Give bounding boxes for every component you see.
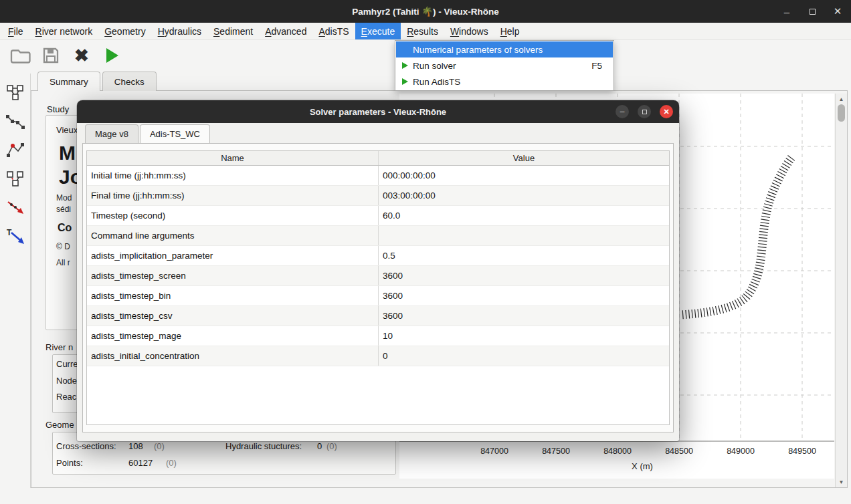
- column-header-name: Name: [87, 151, 378, 165]
- param-name: Timestep (second): [87, 206, 378, 225]
- menu-sediment[interactable]: Sediment: [207, 23, 259, 39]
- play-triangle: [402, 62, 408, 69]
- study-subheading: Co: [58, 222, 72, 234]
- x-tick-849000: 849000: [727, 447, 755, 456]
- tool-transport-button[interactable]: T: [5, 227, 26, 247]
- close-icon[interactable]: ✕: [832, 5, 843, 17]
- dialog-titlebar[interactable]: Solver parameters - Vieux-Rhône – ✕: [77, 100, 679, 123]
- reaches-label: Reac: [56, 392, 76, 402]
- minimize-icon[interactable]: –: [781, 6, 792, 17]
- dialog-minimize-icon[interactable]: –: [616, 105, 629, 118]
- param-value[interactable]: 003:00:00:00: [378, 186, 669, 205]
- tool-mesh-button[interactable]: [5, 169, 26, 189]
- menu-item-run-adists[interactable]: Run AdisTS: [396, 74, 613, 90]
- param-row-adists-timestep-bin[interactable]: adists_timestep_bin3600: [87, 286, 669, 306]
- column-header-value: Value: [378, 151, 669, 165]
- param-name: Final time (jj:hh:mm:ss): [87, 186, 378, 205]
- menu-geometry[interactable]: Geometry: [98, 23, 151, 39]
- dialog-close-icon[interactable]: ✕: [660, 105, 673, 118]
- menu-advanced[interactable]: Advanced: [259, 23, 312, 39]
- menu-hydraulics[interactable]: Hydraulics: [152, 23, 207, 39]
- menu-river-network[interactable]: River network: [29, 23, 99, 39]
- svg-text:T: T: [7, 228, 12, 237]
- tool-cross-sections-button[interactable]: [5, 140, 26, 160]
- scroll-down-icon[interactable]: ▼: [836, 477, 847, 487]
- save-icon: [41, 46, 60, 65]
- param-row-adists-timestep-csv[interactable]: adists_timestep_csv3600: [87, 306, 669, 326]
- param-value[interactable]: 3600: [378, 306, 669, 326]
- param-value[interactable]: 0.5: [378, 246, 669, 265]
- param-row-command-line-arguments[interactable]: Command line arguments: [87, 226, 669, 246]
- param-name: Command line arguments: [87, 226, 378, 245]
- maximize-glyph: [810, 9, 816, 15]
- structures-label: Hydraulic stuctures:: [225, 441, 302, 451]
- play-triangle: [402, 78, 408, 85]
- study-description-line2: sédi: [56, 205, 71, 214]
- param-value[interactable]: 60.0: [378, 206, 669, 225]
- menu-item-run-solver[interactable]: Run solverF5: [396, 57, 613, 74]
- param-row-adists-timestep-screen[interactable]: adists_timestep_screen3600: [87, 266, 669, 286]
- points-value: 60127: [128, 458, 153, 468]
- param-value[interactable]: 0: [378, 346, 669, 366]
- menu-item-label: Run AdisTS: [413, 77, 460, 87]
- dialog-maximize-icon[interactable]: [638, 105, 651, 118]
- tab-checks[interactable]: Checks: [102, 72, 157, 91]
- maximize-icon[interactable]: [807, 9, 818, 15]
- tool-longitudinal-profile-button[interactable]: [5, 112, 26, 132]
- close-study-button[interactable]: ✖: [70, 43, 94, 68]
- tab-summary[interactable]: Summary: [37, 72, 100, 91]
- current-label: Curre: [56, 359, 78, 369]
- scroll-up-icon[interactable]: ▲: [836, 94, 847, 104]
- menu-help[interactable]: Help: [494, 23, 526, 39]
- points-label: Points:: [56, 458, 83, 468]
- tool-river-network-button[interactable]: [5, 83, 26, 103]
- scrollbar-thumb[interactable]: [838, 104, 845, 122]
- study-name-text: Vieux: [56, 125, 78, 135]
- window-controls: – ✕: [781, 0, 843, 23]
- menu-execute[interactable]: Execute: [355, 23, 401, 39]
- geometry-section-label: Geome: [45, 420, 74, 430]
- study-heading-line1: M: [59, 142, 76, 164]
- dialog-title: Solver parameters - Vieux-Rhône: [310, 107, 446, 117]
- parameters-table: NameValue Initial time (jj:hh:mm:ss)000:…: [86, 150, 670, 425]
- dialog-maximize-glyph: [642, 110, 647, 114]
- param-value[interactable]: 000:00:00:00: [378, 166, 669, 185]
- save-button[interactable]: [39, 43, 63, 68]
- transport-icon: T: [6, 227, 25, 246]
- param-row-final-time-jj-hh-mm-ss[interactable]: Final time (jj:hh:mm:ss)003:00:00:00: [87, 186, 669, 206]
- param-value[interactable]: 3600: [378, 266, 669, 285]
- tool-slope-button[interactable]: [5, 198, 26, 218]
- param-name: adists_timestep_csv: [87, 306, 378, 326]
- param-value[interactable]: 3600: [378, 286, 669, 305]
- menu-file[interactable]: File: [2, 23, 29, 39]
- menu-windows[interactable]: Windows: [444, 23, 494, 39]
- menu-adists[interactable]: AdisTS: [312, 23, 355, 39]
- dialog-tabbar: Mage v8Adis-TS_WC: [85, 124, 211, 143]
- param-value[interactable]: 10: [378, 326, 669, 346]
- study-section-label: Study: [47, 104, 69, 114]
- nodes-label: Node: [56, 376, 77, 386]
- dialog-tab-adis-ts-wc[interactable]: Adis-TS_WC: [140, 124, 210, 143]
- param-row-initial-time-jj-hh-mm-ss[interactable]: Initial time (jj:hh:mm:ss)000:00:00:00: [87, 166, 669, 186]
- folder-open-icon: [9, 46, 31, 65]
- param-row-adists-initial-concentration[interactable]: adists_initial_concentration0: [87, 346, 669, 366]
- menu-item-numerical-parameters-of-solvers[interactable]: Numerical parameters of solvers: [396, 41, 613, 57]
- execute-menu: Numerical parameters of solversRun solve…: [395, 40, 614, 91]
- param-value[interactable]: [378, 226, 669, 245]
- play-icon: [399, 78, 411, 85]
- dialog-tab-mage-v8[interactable]: Mage v8: [85, 124, 138, 143]
- open-button[interactable]: [8, 43, 32, 68]
- copyright-text: © D: [56, 242, 70, 251]
- param-row-timestep-second[interactable]: Timestep (second)60.0: [87, 206, 669, 226]
- menu-results[interactable]: Results: [401, 23, 444, 39]
- play-icon: [399, 62, 411, 69]
- cross-sections-icon: [6, 141, 25, 160]
- solver-parameters-dialog: Solver parameters - Vieux-Rhône – ✕ Mage…: [77, 100, 679, 441]
- param-row-adists-implicitation-parameter[interactable]: adists_implicitation_parameter0.5: [87, 246, 669, 266]
- param-row-adists-timestep-mage[interactable]: adists_timestep_mage10: [87, 326, 669, 346]
- x-tick-849500: 849500: [788, 447, 816, 456]
- titlebar[interactable]: Pamhyr2 (Tahiti 🌴) - Vieux-Rhône – ✕: [0, 0, 851, 23]
- vertical-scrollbar[interactable]: ▲ ▼: [835, 94, 847, 487]
- run-solver-button[interactable]: [100, 43, 124, 68]
- structures-extra: (0): [326, 441, 337, 451]
